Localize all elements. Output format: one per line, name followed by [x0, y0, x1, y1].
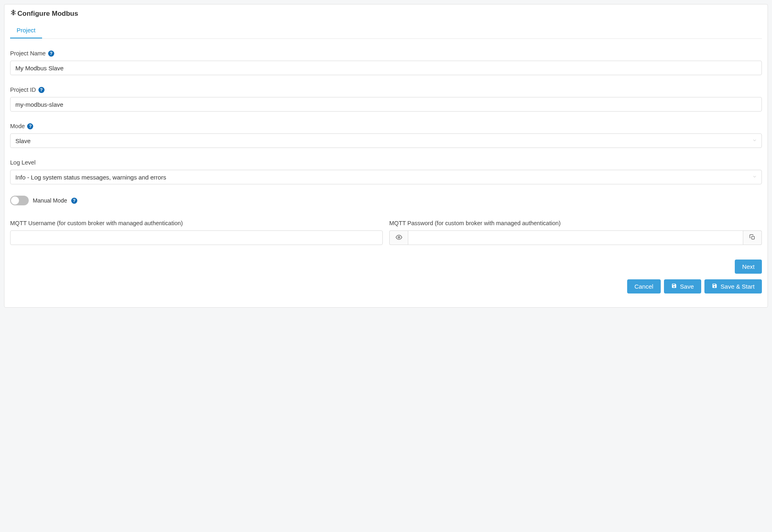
cancel-button[interactable]: Cancel [627, 279, 661, 293]
copy-password-button[interactable] [743, 230, 762, 245]
snowflake-icon [10, 9, 17, 18]
mode-select[interactable] [10, 133, 762, 148]
configure-panel: Configure Modbus Project Project Name ? … [4, 4, 768, 308]
save-start-button[interactable]: Save & Start [704, 279, 762, 293]
form-body: Project Name ? Project ID ? Mode ? [4, 39, 768, 307]
project-id-input[interactable] [10, 97, 762, 112]
manual-mode-group: Manual Mode ? [10, 196, 762, 205]
eye-icon [396, 234, 402, 242]
mqtt-password-label: MQTT Password (for custom broker with ma… [389, 220, 561, 226]
mqtt-username-label: MQTT Username (for custom broker with ma… [10, 220, 183, 226]
mqtt-password-input[interactable] [408, 230, 743, 245]
log-level-select[interactable] [10, 170, 762, 184]
next-button[interactable]: Next [735, 260, 762, 274]
project-name-group: Project Name ? [10, 50, 762, 75]
tabs: Project [10, 23, 762, 39]
manual-mode-label: Manual Mode [33, 197, 67, 204]
help-icon[interactable]: ? [48, 51, 54, 57]
help-icon[interactable]: ? [71, 198, 77, 204]
project-id-label: Project ID [10, 87, 36, 93]
toggle-knob [11, 196, 19, 205]
help-icon[interactable]: ? [27, 123, 33, 129]
save-start-button-label: Save & Start [721, 283, 755, 290]
show-password-button[interactable] [389, 230, 408, 245]
mode-group: Mode ? [10, 123, 762, 148]
project-name-label: Project Name [10, 50, 46, 57]
save-icon [671, 283, 677, 290]
project-id-group: Project ID ? [10, 87, 762, 112]
save-button[interactable]: Save [664, 279, 701, 293]
tab-project[interactable]: Project [10, 23, 42, 38]
mqtt-username-group: MQTT Username (for custom broker with ma… [10, 220, 383, 245]
panel-title-row: Configure Modbus [10, 9, 762, 18]
mode-label: Mode [10, 123, 25, 129]
copy-icon [749, 234, 755, 241]
svg-rect-8 [752, 236, 755, 239]
help-icon[interactable]: ? [38, 87, 45, 93]
mqtt-row: MQTT Username (for custom broker with ma… [10, 220, 762, 256]
project-name-input[interactable] [10, 61, 762, 75]
log-level-group: Log Level [10, 159, 762, 184]
panel-header: Configure Modbus Project [4, 4, 768, 39]
panel-title: Configure Modbus [17, 10, 78, 18]
log-level-label: Log Level [10, 159, 36, 166]
save-icon [712, 283, 717, 290]
mqtt-username-input[interactable] [10, 230, 383, 245]
save-button-label: Save [680, 283, 694, 290]
manual-mode-toggle[interactable] [10, 196, 29, 205]
form-footer: Next Cancel Save Save & Start [10, 256, 762, 293]
mqtt-password-group: MQTT Password (for custom broker with ma… [389, 220, 762, 245]
svg-point-7 [398, 236, 400, 238]
